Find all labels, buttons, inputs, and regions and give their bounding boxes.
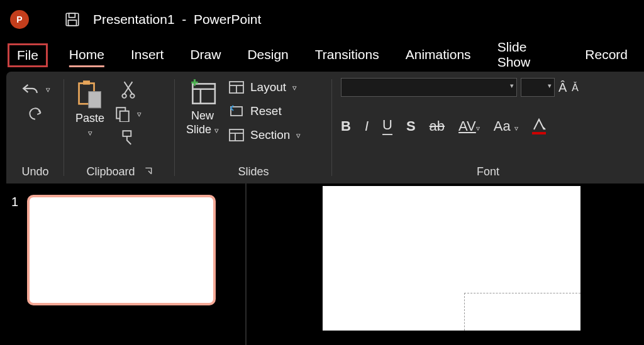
layout-icon	[229, 81, 244, 94]
new-slide-icon	[187, 79, 218, 107]
document-name: Presentation1	[93, 12, 175, 26]
svg-rect-2	[69, 20, 77, 26]
svg-rect-9	[192, 84, 214, 103]
tab-design[interactable]: Design	[242, 43, 293, 67]
strikethrough-button[interactable]: ab	[430, 118, 445, 134]
ribbon: ▿ Undo Paste ▿	[6, 72, 644, 183]
group-undo-label: Undo	[15, 163, 55, 178]
workspace: 1	[0, 183, 644, 345]
new-slide-button[interactable]: NewSlide ▿	[184, 78, 221, 138]
cut-button[interactable]	[120, 80, 136, 99]
group-undo: ▿ Undo	[6, 72, 64, 183]
paste-icon	[76, 79, 104, 109]
group-slides: NewSlide ▿ Layout▿ Reset Section▿ Slides	[175, 72, 332, 183]
decrease-font-button[interactable]: Ǎ	[572, 82, 579, 94]
paste-button[interactable]: Paste ▿	[73, 78, 107, 139]
text-shadow-button[interactable]: S	[406, 118, 416, 134]
ribbon-tabs: File Home Insert Draw Design Transitions…	[0, 39, 644, 72]
undo-button[interactable]: ▿	[21, 82, 50, 97]
group-font: ▾ ▾ Â Ǎ B I U S ab AV▿ Aa ▿	[332, 72, 644, 183]
slide-number: 1	[11, 195, 18, 209]
tab-insert[interactable]: Insert	[126, 43, 169, 67]
change-case-button[interactable]: Aa ▿	[494, 118, 518, 134]
layout-button[interactable]: Layout▿	[229, 80, 297, 94]
svg-point-7	[130, 94, 134, 97]
group-clipboard: Paste ▿ ▿ Clipboard	[64, 72, 175, 183]
reset-icon	[229, 105, 244, 118]
slide-editor	[247, 183, 644, 345]
svg-rect-18	[230, 129, 243, 141]
slide-canvas[interactable]	[323, 186, 580, 331]
underline-button[interactable]: U	[382, 117, 392, 135]
tab-animations[interactable]: Animations	[401, 43, 476, 67]
char-spacing-button[interactable]: AV▿	[458, 118, 480, 134]
svg-rect-17	[231, 107, 242, 116]
svg-rect-1	[69, 13, 75, 18]
tab-slideshow[interactable]: Slide Show	[492, 36, 564, 75]
format-painter-button[interactable]	[120, 128, 136, 147]
save-icon[interactable]	[64, 11, 80, 28]
tab-file[interactable]: File	[8, 43, 48, 67]
tab-transitions[interactable]: Transitions	[310, 43, 384, 67]
copy-button[interactable]: ▿	[114, 106, 142, 122]
title-bar: P Presentation1 - PowerPoint	[0, 0, 644, 39]
italic-button[interactable]: I	[365, 118, 369, 134]
group-font-label: Font	[341, 163, 635, 178]
redo-button[interactable]	[27, 106, 43, 122]
group-clipboard-label: Clipboard	[86, 163, 135, 178]
window-title: Presentation1 - PowerPoint	[93, 12, 261, 27]
group-slides-label: Slides	[184, 163, 323, 178]
font-color-icon	[532, 118, 546, 131]
increase-font-button[interactable]: Â	[558, 80, 567, 95]
slide-thumbnail-panel: 1	[0, 183, 245, 345]
tab-draw[interactable]: Draw	[185, 43, 226, 67]
font-size-combo[interactable]: ▾	[521, 78, 555, 97]
reset-button[interactable]: Reset	[229, 104, 282, 118]
powerpoint-app-icon: P	[10, 10, 29, 29]
section-icon	[229, 129, 244, 141]
tab-home[interactable]: Home	[64, 43, 109, 67]
font-family-combo[interactable]: ▾	[341, 78, 517, 97]
bold-button[interactable]: B	[341, 118, 351, 134]
svg-rect-4	[83, 80, 90, 85]
svg-rect-5	[89, 92, 101, 108]
app-name: PowerPoint	[194, 12, 261, 26]
slide-thumbnail-1[interactable]	[27, 195, 216, 305]
font-color-button[interactable]	[532, 118, 546, 134]
content-placeholder[interactable]	[464, 293, 580, 331]
svg-point-6	[122, 94, 126, 97]
tab-record[interactable]: Record	[580, 43, 633, 67]
section-button[interactable]: Section▿	[229, 128, 301, 142]
clipboard-launcher-icon[interactable]	[144, 167, 153, 175]
